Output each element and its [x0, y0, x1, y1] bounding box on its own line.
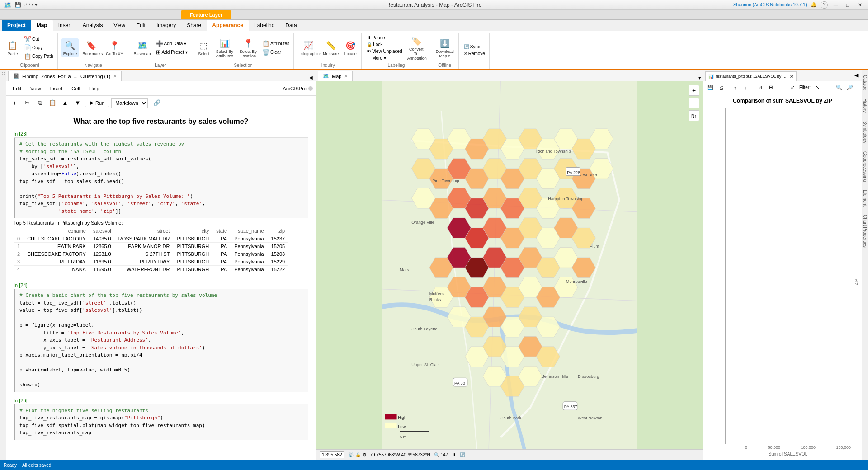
bookmarks-button[interactable]: 🔖 Bookmarks: [80, 38, 102, 57]
sidebar-tab-geoprocessing[interactable]: Geoprocessing: [862, 148, 868, 185]
chart-filter-btn[interactable]: ⊿: [755, 83, 765, 93]
map-play-btn[interactable]: ⏸: [452, 452, 456, 457]
help-btn[interactable]: ?: [821, 1, 828, 9]
sidebar-tab-catalog[interactable]: Catalog: [862, 71, 868, 94]
copy-path-button[interactable]: 📋 Copy Path: [23, 52, 55, 60]
notebook-tab[interactable]: 📓 Finding_Zones_For_a_..._Clustering (1)…: [8, 71, 122, 81]
sidebar-tab-element[interactable]: Element: [862, 186, 868, 210]
locate-button[interactable]: 🎯 Locate: [342, 38, 359, 57]
zoom-in-btn[interactable]: +: [689, 85, 699, 96]
paste-cell-btn[interactable]: 📋: [47, 98, 58, 108]
notification-icon[interactable]: 🔔: [811, 2, 817, 8]
cell-type-select[interactable]: Markdown Code Raw: [111, 98, 148, 108]
select-button[interactable]: ⬚ Select: [196, 38, 212, 57]
chart-tab[interactable]: 📊 restaurants_pittsbur...SALESVOL by ZIP…: [705, 71, 797, 81]
move-up-btn[interactable]: ▲: [60, 98, 71, 108]
notebook-content[interactable]: What are the top five restaurants by sal…: [6, 110, 316, 460]
convert-to-annotation-button[interactable]: 🏷️ Convert To Annotation: [406, 34, 427, 62]
chart-zoom-btn[interactable]: ⤢: [788, 83, 797, 93]
menu-cell[interactable]: Cell: [68, 85, 84, 92]
run-btn[interactable]: ▶ Run: [85, 99, 109, 107]
chart-more-btn[interactable]: ⋯: [823, 83, 833, 93]
tab-project[interactable]: Project: [2, 20, 31, 31]
lock-button[interactable]: 🔒 Lock: [365, 42, 404, 47]
settings-icon[interactable]: ⚙: [363, 452, 367, 457]
download-map-button[interactable]: ⬇️ Download Map ▾: [434, 36, 456, 60]
tab-view[interactable]: View: [108, 20, 131, 31]
gps-icon[interactable]: 📡: [348, 452, 354, 457]
copy-button[interactable]: 📄 Copy: [23, 44, 55, 52]
chart-table-btn[interactable]: ⊞: [766, 83, 776, 93]
add-cell-btn[interactable]: ＋: [9, 98, 20, 108]
view-unplaced-button[interactable]: 👁 View Unplaced: [365, 48, 404, 54]
chart-sort-desc-btn[interactable]: ↓: [741, 83, 751, 93]
tab-insert[interactable]: Insert: [53, 20, 77, 31]
chart-sort-asc-btn[interactable]: ↑: [730, 83, 740, 93]
copy-path-icon: 📋: [24, 53, 31, 60]
close-btn[interactable]: ✕: [855, 2, 864, 8]
cut-button[interactable]: ✂️ Cut: [23, 35, 55, 43]
tab-analysis[interactable]: Analysis: [77, 20, 108, 31]
map-content[interactable]: Pine Township Richland Township West Dee…: [316, 81, 703, 449]
tab-appearance[interactable]: Appearance: [207, 20, 249, 31]
lock-extent-icon[interactable]: 🔒: [355, 452, 361, 457]
clear-button[interactable]: 🗑️ Clear: [261, 48, 291, 56]
cell-26-code[interactable]: # Plot the highest five selling restaura…: [14, 404, 308, 440]
chart-zoom-out-btn[interactable]: 🔎: [845, 83, 855, 93]
maximize-btn[interactable]: □: [844, 2, 852, 8]
paste-button[interactable]: 📋 Paste: [5, 38, 21, 57]
add-data-button[interactable]: ➕ Add Data ▾: [155, 40, 189, 47]
chart-print-btn[interactable]: 🖨: [716, 83, 726, 93]
chart-zoom-in-btn[interactable]: 🔍: [834, 83, 844, 93]
sidebar-tab-chart-properties[interactable]: Chart Properties: [862, 211, 868, 251]
select-by-attributes-button[interactable]: 📊 Select By Attributes: [214, 36, 236, 60]
menu-edit[interactable]: Edit: [9, 85, 25, 92]
chart-tab-close[interactable]: ✕: [790, 74, 793, 79]
sidebar-tab-history[interactable]: History: [862, 95, 868, 116]
map-tab[interactable]: 🗺️ Map ✕: [318, 71, 353, 81]
sidebar-tab-symbology[interactable]: Symbology: [862, 118, 868, 147]
north-btn[interactable]: N↑: [689, 110, 699, 121]
sync-button[interactable]: 🔄 Sync: [462, 44, 486, 50]
menu-help[interactable]: Help: [85, 85, 103, 92]
tab-imagery[interactable]: Imagery: [151, 20, 181, 31]
basemap-button[interactable]: 🗺️ Basemap: [132, 38, 153, 57]
menu-insert[interactable]: Insert: [47, 85, 66, 92]
tab-map[interactable]: Map: [31, 20, 53, 31]
map-refresh-btn[interactable]: 🔄: [460, 452, 465, 457]
tab-data[interactable]: Data: [280, 20, 302, 31]
map-tab-close[interactable]: ✕: [344, 74, 348, 79]
add-preset-button[interactable]: ⊞ Add Preset ▾: [155, 48, 189, 56]
table-cell: PA: [212, 235, 231, 243]
tab-edit[interactable]: Edit: [131, 20, 151, 31]
collapse-notebook-btn[interactable]: ◀: [307, 74, 316, 81]
ribbon: Project Map Insert Analysis View Edit Im…: [0, 20, 868, 70]
minimize-btn[interactable]: ─: [831, 1, 840, 9]
chart-save-btn[interactable]: 💾: [705, 83, 715, 93]
measure-button[interactable]: 📏 Measure: [321, 38, 340, 57]
notebook-tab-close[interactable]: ✕: [113, 74, 117, 79]
select-by-location-button[interactable]: 📍 Select By Location: [237, 36, 259, 60]
goto-xy-button[interactable]: 📍 Go To XY: [104, 38, 125, 57]
link-btn[interactable]: 🔗: [151, 98, 162, 108]
cell-23-code[interactable]: # Get the restaurants with the highest s…: [14, 137, 308, 218]
move-down-btn[interactable]: ▼: [72, 98, 83, 108]
menu-view[interactable]: View: [27, 85, 45, 92]
map-collapse-btn[interactable]: ▾: [698, 75, 701, 81]
infographics-button[interactable]: 📈 Infographics: [297, 38, 319, 57]
pause-button[interactable]: ⏸ Pause: [365, 35, 404, 41]
cell-24-code[interactable]: # Create a basic chart of the top five r…: [14, 289, 308, 392]
attributes-button[interactable]: 📋 Attributes: [261, 40, 291, 47]
cut-cell-btn[interactable]: ✂: [22, 98, 33, 108]
explore-button[interactable]: 🔍 Explore: [61, 38, 79, 57]
copy-cell-btn[interactable]: ⧉: [34, 98, 45, 108]
expand-chart-btn[interactable]: ◀: [854, 72, 860, 78]
remove-button[interactable]: ✕ Remove: [462, 51, 486, 56]
zoom-out-btn[interactable]: −: [689, 98, 699, 108]
more-button[interactable]: ⋯ More ▾: [365, 55, 404, 61]
chart-expand-btn[interactable]: ⤡: [812, 83, 822, 93]
feature-layer-tab[interactable]: Feature Layer: [181, 10, 231, 19]
chart-grid-btn[interactable]: ≡: [777, 83, 787, 93]
tab-share[interactable]: Share: [181, 20, 207, 31]
tab-labeling[interactable]: Labeling: [249, 20, 280, 31]
